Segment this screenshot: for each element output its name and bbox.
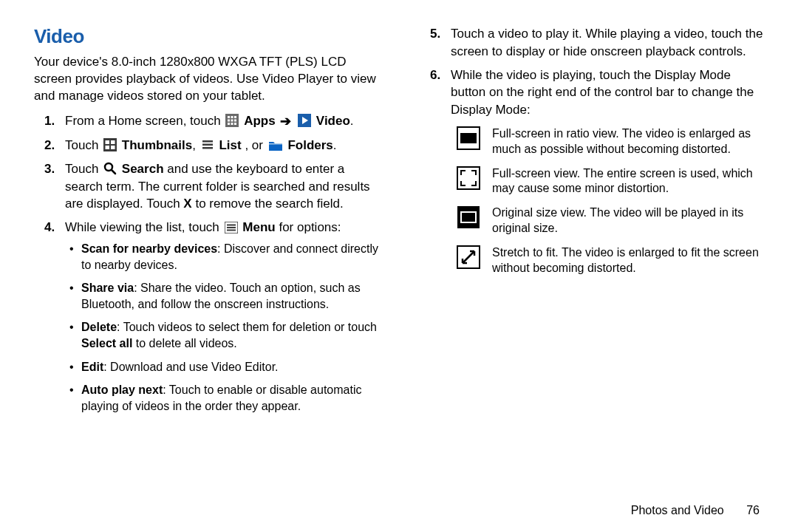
menu-label: Menu: [242, 220, 275, 234]
display-mode-table: Full-screen in ratio view. The video is …: [457, 126, 768, 276]
apps-icon: [225, 114, 239, 127]
svg-rect-6: [234, 119, 236, 121]
svg-line-20: [112, 170, 115, 174]
mode-text: Stretch to fit. The video is enlarged to…: [492, 245, 768, 276]
folders-icon: [268, 140, 283, 151]
fullscreen-icon: [457, 166, 480, 190]
ratio-view-icon: [457, 126, 480, 150]
svg-rect-11: [103, 138, 117, 151]
svg-rect-16: [202, 140, 213, 143]
svg-rect-1: [228, 116, 230, 118]
mode-row: Original size view. The video will be pl…: [457, 205, 768, 236]
step-2: Touch Thumbnails, List , or Folders.: [65, 137, 383, 154]
svg-rect-2: [231, 116, 233, 118]
video-icon: [298, 114, 311, 127]
list-label: List: [219, 138, 241, 152]
svg-rect-23: [227, 227, 236, 228]
steps-list-cont: Touch a video to play it. While playing …: [420, 25, 768, 119]
list-item: Auto play next: Touch to enable or disab…: [81, 382, 383, 414]
list-item: Delete: Touch videos to select them for …: [81, 319, 383, 351]
svg-rect-5: [231, 119, 233, 121]
intro-paragraph: Your device's 8.0-inch 1280x800 WXGA TFT…: [34, 54, 383, 105]
svg-rect-24: [227, 230, 236, 231]
step-6: While the video is playing, touch the Di…: [451, 66, 768, 119]
stretch-fit-icon: [457, 245, 480, 269]
text: for options:: [279, 220, 341, 234]
step-3: Touch Search and use the keyboard to ent…: [65, 160, 383, 213]
svg-rect-15: [111, 146, 115, 149]
thumbnails-label: Thumbnails: [122, 138, 192, 152]
page-number: 76: [746, 504, 760, 516]
svg-rect-4: [228, 119, 230, 121]
footer-label: Photos and Video: [631, 504, 724, 516]
video-label: Video: [316, 114, 350, 128]
mode-text: Full-screen view. The entire screen is u…: [492, 166, 768, 197]
list-item: Edit: Download and use Video Editor.: [81, 359, 383, 375]
svg-rect-9: [234, 123, 236, 125]
left-column: Video Your device's 8.0-inch 1280x800 WX…: [34, 25, 383, 421]
list-item: Scan for nearby devices: Discover and co…: [81, 241, 383, 273]
step-1: From a Home screen, touch Apps ➔ Video.: [65, 112, 383, 131]
page-footer: Photos and Video 76: [631, 504, 760, 517]
mode-text: Full-screen in ratio view. The video is …: [492, 126, 768, 157]
svg-rect-7: [228, 123, 230, 125]
apps-label: Apps: [244, 114, 276, 128]
mode-row: Stretch to fit. The video is enlarged to…: [457, 245, 768, 276]
section-heading: Video: [34, 25, 383, 48]
list-item: Share via: Share the video. Touch an opt…: [81, 280, 383, 312]
search-label: Search: [122, 162, 164, 176]
text: Touch: [65, 138, 102, 152]
svg-rect-8: [231, 123, 233, 125]
menu-options-list: Scan for nearby devices: Discover and co…: [65, 241, 383, 414]
mode-row: Full-screen view. The entire screen is u…: [457, 166, 768, 197]
right-column: Touch a video to play it. While playing …: [420, 25, 768, 421]
thumbnails-icon: [103, 138, 117, 151]
svg-rect-12: [106, 140, 110, 144]
text: While viewing the list, touch: [65, 220, 223, 234]
text: Touch: [65, 162, 102, 176]
menu-icon: [225, 222, 238, 233]
step-4: While viewing the list, touch Menu for o…: [65, 219, 383, 414]
text: From a Home screen, touch: [65, 114, 224, 128]
svg-rect-18: [202, 147, 213, 149]
mode-row: Full-screen in ratio view. The video is …: [457, 126, 768, 157]
svg-rect-3: [234, 116, 236, 118]
folders-label: Folders: [287, 138, 332, 152]
mode-text: Original size view. The video will be pl…: [492, 205, 768, 236]
original-size-icon: [457, 205, 480, 229]
x-label: X: [183, 197, 191, 211]
svg-rect-13: [111, 140, 115, 144]
text: to remove the search field.: [195, 197, 343, 211]
search-icon: [103, 162, 117, 175]
svg-rect-14: [106, 146, 110, 149]
svg-rect-17: [202, 144, 213, 146]
svg-rect-26: [460, 133, 477, 143]
arrow-icon: ➔: [280, 112, 291, 131]
text: , or: [245, 138, 266, 152]
list-icon: [201, 138, 214, 151]
steps-list: From a Home screen, touch Apps ➔ Video. …: [34, 112, 383, 415]
svg-rect-22: [227, 225, 236, 226]
step-5: Touch a video to play it. While playing …: [451, 25, 768, 61]
